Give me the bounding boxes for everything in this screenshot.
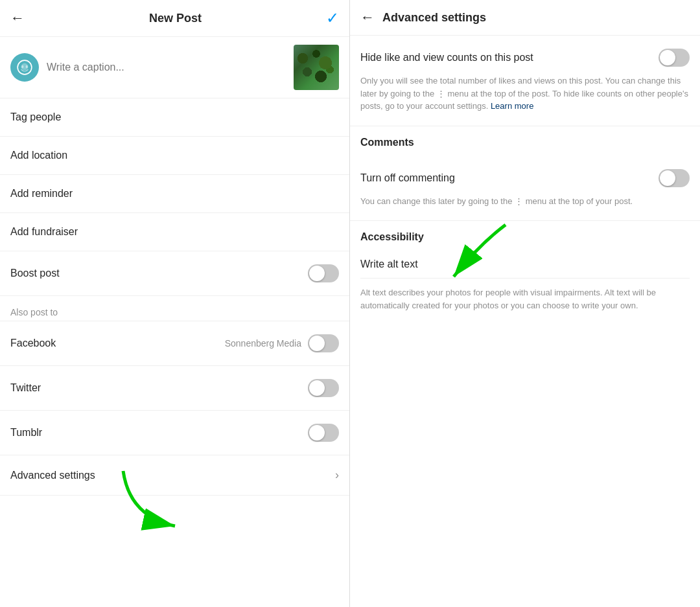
tumblr-label: Tumblr <box>10 427 42 439</box>
comments-title: Comments <box>350 126 700 156</box>
svg-point-2 <box>26 65 28 68</box>
tumblr-toggle[interactable] <box>308 424 339 442</box>
turn-off-commenting-toggle[interactable] <box>659 169 690 187</box>
hide-likes-row: Hide like and view counts on this post <box>360 49 690 67</box>
avatar <box>10 53 39 82</box>
hide-likes-toggle[interactable] <box>659 49 690 67</box>
confirm-button[interactable]: ✓ <box>326 9 339 27</box>
write-alt-row: Write alt text <box>360 251 690 279</box>
tag-people-label: Tag people <box>10 111 61 123</box>
twitter-toggle[interactable] <box>308 379 339 397</box>
hide-likes-section: Hide like and view counts on this post O… <box>350 36 700 126</box>
chevron-right-icon: › <box>335 468 339 482</box>
caption-input[interactable] <box>47 62 286 73</box>
turn-off-commenting-row: Turn off commenting <box>360 169 690 187</box>
left-header: ← New Post ✓ <box>0 0 349 37</box>
facebook-right: Sonnenberg Media <box>225 334 339 352</box>
right-header: ← Advanced settings <box>350 0 700 36</box>
advanced-settings-item[interactable]: Advanced settings › <box>0 455 349 496</box>
hide-likes-label: Hide like and view counts on this post <box>360 52 659 63</box>
add-reminder-item[interactable]: Add reminder <box>0 175 349 213</box>
twitter-label: Twitter <box>10 382 41 394</box>
right-panel: ← Advanced settings Hide like and view c… <box>350 0 700 607</box>
twitter-item[interactable]: Twitter <box>0 366 349 411</box>
turn-off-commenting-section: Turn off commenting You can change this … <box>350 156 700 222</box>
post-thumbnail <box>294 45 339 90</box>
turn-off-commenting-label: Turn off commenting <box>360 172 659 184</box>
boost-post-item[interactable]: Boost post <box>0 251 349 296</box>
add-fundraiser-item[interactable]: Add fundraiser <box>0 213 349 251</box>
facebook-toggle[interactable] <box>308 334 339 352</box>
right-page-title: Advanced settings <box>382 11 486 25</box>
back-button[interactable]: ← <box>10 10 25 27</box>
add-location-item[interactable]: Add location <box>0 137 349 175</box>
also-post-label: Also post to <box>10 307 58 317</box>
advanced-settings-label: Advanced settings <box>10 470 95 481</box>
facebook-item[interactable]: Facebook Sonnenberg Media <box>0 321 349 366</box>
add-fundraiser-label: Add fundraiser <box>10 226 78 238</box>
right-content: Hide like and view counts on this post O… <box>350 36 700 607</box>
learn-more-link[interactable]: Learn more <box>491 101 533 111</box>
boost-post-label: Boost post <box>10 268 60 279</box>
alt-description: Alt text describes your photos for peopl… <box>360 279 690 312</box>
svg-point-1 <box>21 65 23 68</box>
right-back-button[interactable]: ← <box>360 9 375 26</box>
page-title: New Post <box>149 12 202 25</box>
accessibility-title: Accessibility <box>350 221 700 251</box>
hide-likes-description: Only you will see the total number of li… <box>360 74 690 113</box>
caption-area <box>0 37 349 98</box>
comments-section: Comments Turn off commenting You can cha… <box>350 126 700 222</box>
turn-off-commenting-description: You can change this later by going to th… <box>360 195 690 208</box>
accessibility-section: Accessibility Write alt text Alt text de… <box>350 221 700 322</box>
facebook-sublabel: Sonnenberg Media <box>225 338 301 349</box>
tumblr-item[interactable]: Tumblr <box>0 411 349 455</box>
facebook-label: Facebook <box>10 338 56 349</box>
accessibility-content: Write alt text Alt text describes your p… <box>350 251 700 322</box>
add-location-label: Add location <box>10 150 67 161</box>
tag-people-item[interactable]: Tag people <box>0 98 349 137</box>
add-reminder-label: Add reminder <box>10 188 73 200</box>
write-alt-label: Write alt text <box>360 258 418 270</box>
boost-post-toggle[interactable] <box>308 264 339 282</box>
